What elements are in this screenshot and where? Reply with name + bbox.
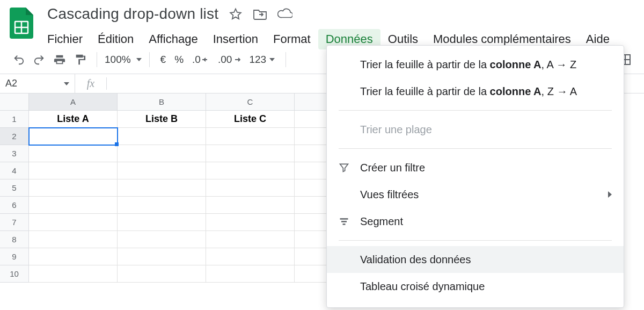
- cell-A9[interactable]: [29, 248, 118, 265]
- row-header-7[interactable]: 7: [0, 214, 29, 231]
- cell-B1[interactable]: Liste B: [118, 111, 206, 128]
- menu-fichier[interactable]: Fichier: [47, 29, 90, 49]
- menu-insertion[interactable]: Insertion: [206, 29, 266, 49]
- cell-A10[interactable]: [29, 265, 118, 283]
- row-header-2[interactable]: 2: [0, 128, 29, 145]
- svg-rect-7: [340, 218, 348, 220]
- chevron-down-icon: [136, 58, 142, 61]
- name-box[interactable]: A2: [0, 74, 75, 93]
- select-all-corner[interactable]: [0, 93, 29, 111]
- dec-more-label: .00: [218, 54, 232, 66]
- format-number-menu[interactable]: 123: [246, 54, 278, 66]
- svg-rect-9: [343, 224, 346, 225]
- cell-B10[interactable]: [118, 265, 206, 283]
- fx-label: fx: [75, 74, 106, 93]
- row-header-6[interactable]: 6: [0, 197, 29, 214]
- row-header-9[interactable]: 9: [0, 248, 29, 265]
- cell-A5[interactable]: [29, 179, 118, 197]
- separator: [149, 52, 150, 67]
- move-folder-icon[interactable]: [253, 6, 268, 21]
- cloud-saved-icon[interactable]: [277, 6, 292, 21]
- cell-A1[interactable]: Liste A: [29, 111, 118, 128]
- cell-C10[interactable]: [206, 265, 295, 283]
- col-header-B[interactable]: B: [118, 93, 206, 111]
- menu-affichage[interactable]: Affichage: [141, 29, 205, 49]
- row-header-3[interactable]: 3: [0, 145, 29, 162]
- print-icon[interactable]: [50, 51, 69, 69]
- format-percent[interactable]: %: [171, 54, 187, 66]
- row-header-4[interactable]: 4: [0, 162, 29, 179]
- redo-icon[interactable]: [30, 51, 48, 69]
- format-decrease-decimal[interactable]: .0: [189, 54, 213, 66]
- dd-slicer[interactable]: Segment: [327, 208, 624, 235]
- cell-C2[interactable]: [206, 128, 295, 145]
- cell-C9[interactable]: [206, 248, 295, 265]
- dd-pivot-table[interactable]: Tableau croisé dynamique: [327, 273, 624, 300]
- cell-C8[interactable]: [206, 231, 295, 248]
- dd-sort-range: Trier une plage: [327, 116, 624, 143]
- cell-B7[interactable]: [118, 214, 206, 231]
- cell-A3[interactable]: [29, 145, 118, 162]
- dd-sort-za-label: Trier la feuille à partir de la colonne …: [360, 85, 612, 98]
- svg-marker-3: [230, 9, 241, 19]
- cell-C1[interactable]: Liste C: [206, 111, 295, 128]
- dd-data-validation[interactable]: Validation des données: [327, 246, 624, 273]
- cell-B3[interactable]: [118, 145, 206, 162]
- col-header-C[interactable]: C: [206, 93, 295, 111]
- chevron-down-icon: [269, 58, 275, 61]
- separator: [339, 110, 612, 111]
- cell-A4[interactable]: [29, 162, 118, 179]
- app-sheets-icon[interactable]: [8, 5, 35, 41]
- dd-sort-za[interactable]: Trier la feuille à partir de la colonne …: [327, 78, 624, 105]
- separator: [286, 52, 286, 67]
- menu-edition[interactable]: Édition: [90, 29, 141, 49]
- cell-C5[interactable]: [206, 179, 295, 197]
- cell-B5[interactable]: [118, 179, 206, 197]
- document-title[interactable]: Cascading drop-down list: [47, 5, 218, 23]
- dd-slicer-label: Segment: [360, 215, 612, 228]
- cell-B8[interactable]: [118, 231, 206, 248]
- dd-pivot-table-label: Tableau croisé dynamique: [360, 280, 612, 293]
- chevron-down-icon: [64, 82, 69, 85]
- row-header-5[interactable]: 5: [0, 179, 29, 197]
- number-format-label: 123: [249, 54, 266, 66]
- undo-icon[interactable]: [10, 51, 28, 69]
- menu-format[interactable]: Format: [266, 29, 318, 49]
- row-header-10[interactable]: 10: [0, 265, 29, 283]
- format-currency[interactable]: €: [157, 54, 170, 66]
- cell-A7[interactable]: [29, 214, 118, 231]
- cell-B4[interactable]: [118, 162, 206, 179]
- separator: [97, 52, 97, 67]
- dd-sort-range-label: Trier une plage: [360, 124, 612, 136]
- zoom-control[interactable]: 100%: [105, 54, 142, 66]
- slicer-icon: [339, 216, 360, 227]
- star-icon[interactable]: [228, 6, 243, 21]
- cell-B2[interactable]: [118, 128, 206, 145]
- cell-C6[interactable]: [206, 197, 295, 214]
- zoom-value: 100%: [105, 54, 131, 66]
- paint-format-icon[interactable]: [71, 51, 89, 69]
- row-header-1[interactable]: 1: [0, 111, 29, 128]
- cell-A8[interactable]: [29, 231, 118, 248]
- dd-sort-az[interactable]: Trier la feuille à partir de la colonne …: [327, 51, 624, 78]
- dec-less-label: .0: [192, 54, 201, 66]
- dd-create-filter[interactable]: Créer un filtre: [327, 154, 624, 181]
- dd-filtered-views[interactable]: Vues filtrées: [327, 181, 624, 208]
- cell-B9[interactable]: [118, 248, 206, 265]
- name-box-value: A2: [5, 78, 17, 89]
- cell-C7[interactable]: [206, 214, 295, 231]
- format-increase-decimal[interactable]: .00: [215, 54, 244, 66]
- separator: [339, 148, 612, 149]
- title-bar: Cascading drop-down list Fichier Édition…: [0, 0, 644, 45]
- cell-A2[interactable]: [29, 128, 118, 145]
- dd-create-filter-label: Créer un filtre: [360, 162, 612, 174]
- cell-C3[interactable]: [206, 145, 295, 162]
- cell-B6[interactable]: [118, 197, 206, 214]
- submenu-arrow-icon: [608, 191, 612, 198]
- dd-filtered-views-label: Vues filtrées: [360, 189, 608, 201]
- row-header-8[interactable]: 8: [0, 231, 29, 248]
- cell-C4[interactable]: [206, 162, 295, 179]
- col-header-A[interactable]: A: [29, 93, 118, 111]
- dd-sort-az-label: Trier la feuille à partir de la colonne …: [360, 59, 612, 71]
- cell-A6[interactable]: [29, 197, 118, 214]
